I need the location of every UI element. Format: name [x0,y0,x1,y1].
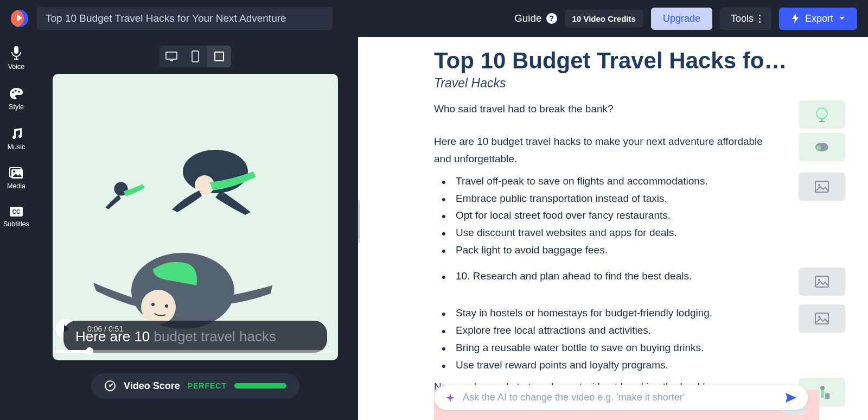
svg-rect-32 [825,393,829,399]
aspect-square-button[interactable] [207,46,231,67]
page-subtitle[interactable]: Travel Hacks [434,76,845,91]
flying-icon [811,139,833,155]
guide-link[interactable]: Guide ? [514,12,557,24]
sidebar-item-label: Media [7,182,25,190]
subtitles-icon: CC [9,206,23,217]
svg-rect-30 [821,390,824,398]
svg-point-23 [816,145,821,150]
panel-resize-handle[interactable] [358,200,360,243]
sidebar-item-music[interactable]: Music [8,127,25,151]
svg-point-21 [816,108,827,119]
svg-point-3 [18,91,20,93]
script-paragraph[interactable]: Who said travel had to break the bank? [434,100,782,118]
scene-thumbnail[interactable] [799,100,845,129]
list-item[interactable]: Use discount travel websites and apps fo… [447,224,782,241]
sidebar-item-label: Voice [8,63,25,71]
header: Guide ? 10 Video Credits Upgrade Tools E… [0,0,868,37]
upgrade-button[interactable]: Upgrade [651,8,712,30]
list-item[interactable]: Use travel reward points and loyalty pro… [447,357,782,374]
script-list[interactable]: Travel off-peak to save on flights and a… [434,173,782,259]
scene-thumbnail-placeholder[interactable] [799,268,845,296]
ai-chat-input-wrap [434,385,808,410]
palette-icon [9,87,23,100]
video-progress-bar[interactable] [56,350,335,353]
aspect-portrait-button[interactable] [183,46,207,67]
score-meter [234,383,286,389]
list-item[interactable]: Pack light to avoid baggage fees. [447,241,782,259]
guide-label: Guide [514,12,542,24]
square-icon [214,52,224,61]
svg-text:CC: CC [12,209,20,215]
music-icon [10,127,23,140]
script-list[interactable]: Stay in hostels or homestays for budget-… [434,304,782,374]
preview-illustration [161,139,270,220]
video-score-bar[interactable]: Video Score PERFECT [91,373,299,398]
list-item[interactable]: Bring a reusable water bottle to save on… [447,339,782,357]
script-paragraph[interactable]: Here are 10 budget travel hacks to make … [434,133,782,168]
svg-point-20 [109,385,111,387]
svg-rect-0 [14,46,18,54]
image-icon [815,313,829,324]
timecode: 0:06 / 0:51 [87,324,123,333]
caption-rest: budget travel hacks [154,328,276,345]
aspect-landscape-button[interactable] [159,46,183,67]
list-item[interactable]: Embrace public transportation instead of… [447,190,782,207]
page-title[interactable]: Top 10 Budget Travel Hacks for Your … [434,48,789,74]
score-value: PERFECT [188,381,227,390]
preview-illustration [101,174,150,213]
ai-chat-input[interactable] [463,392,777,403]
svg-point-16 [141,290,176,324]
export-button[interactable]: Export [779,8,857,30]
sidebar-item-subtitles[interactable]: CC Subtitles [3,206,29,228]
svg-point-6 [13,170,15,173]
svg-rect-24 [815,181,828,192]
list-item[interactable]: Explore free local attractions and activ… [447,322,782,339]
aspect-ratio-toggle [159,46,231,67]
phone-icon [192,50,199,62]
image-icon [815,181,829,193]
image-icon [815,276,829,288]
sidebar: Voice Style Music Media CC Subtitles [0,37,33,420]
svg-rect-26 [815,276,828,287]
sidebar-item-media[interactable]: Media [7,167,25,190]
svg-point-29 [818,316,820,318]
sparkle-icon [445,393,455,403]
score-label: Video Score [124,380,180,392]
scene-thumbnail[interactable] [799,133,845,161]
svg-point-25 [818,184,820,186]
kebab-icon [759,15,761,23]
sidebar-item-label: Subtitles [3,220,29,228]
list-item[interactable]: Travel off-peak to save on flights and a… [447,173,782,190]
monitor-icon [165,52,177,61]
svg-point-17 [151,303,155,306]
list-item[interactable]: Stay in hostels or homestays for budget-… [447,304,782,322]
svg-rect-10 [192,51,199,62]
script-list[interactable]: 10. Research and plan ahead to find the … [434,268,782,285]
help-icon: ? [546,13,557,24]
media-icon [9,167,23,179]
video-credits-badge[interactable]: 10 Video Credits [565,10,643,28]
svg-rect-28 [815,313,828,324]
progress-thumb[interactable] [86,347,93,355]
sidebar-item-style[interactable]: Style [9,87,24,111]
svg-point-18 [165,304,168,308]
export-label: Export [805,13,833,24]
microphone-icon [10,46,22,60]
sidebar-item-label: Music [8,143,25,151]
scene-thumbnail-placeholder[interactable] [799,173,845,201]
tools-label: Tools [731,13,754,24]
tools-button[interactable]: Tools [720,8,771,30]
list-item[interactable]: Opt for local street food over fancy res… [447,207,782,224]
svg-point-2 [15,90,17,92]
list-item[interactable]: 10. Research and plan ahead to find the … [447,268,782,285]
video-preview[interactable]: 0:06 / 0:51 Here are 10 budget travel ha… [53,74,338,360]
sidebar-item-voice[interactable]: Voice [8,46,25,71]
sidebar-item-label: Style [9,103,24,111]
globe-icon [814,106,830,123]
video-title-input[interactable] [37,7,333,30]
scene-thumbnail-placeholder[interactable] [799,304,845,333]
send-icon[interactable] [785,392,797,403]
bolt-icon [791,14,800,23]
app-logo[interactable] [11,10,28,27]
gauge-icon [104,380,116,392]
